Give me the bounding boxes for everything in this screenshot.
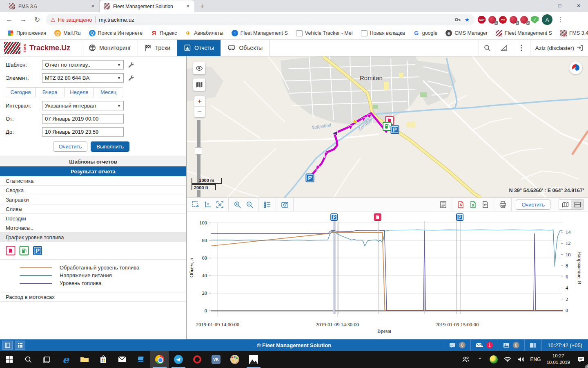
tab-close-icon[interactable]: ✕ xyxy=(90,4,96,9)
forward-icon[interactable]: → xyxy=(18,16,29,24)
fit-extent-icon[interactable] xyxy=(214,199,226,210)
omnibox[interactable]: ⚠Не защищено my.trackme.uz ★ xyxy=(46,14,474,25)
range-month-button[interactable]: Месяц xyxy=(94,88,123,97)
extension-icon[interactable]: 1 xyxy=(488,16,496,24)
taskbar-vk[interactable]: VK xyxy=(207,351,225,368)
zoom-in-icon[interactable] xyxy=(231,199,243,210)
zoom-slider-handle[interactable] xyxy=(195,147,202,155)
bookmark-fms34[interactable]: FMS 3.4 xyxy=(557,29,588,38)
clear-button[interactable]: Очистить xyxy=(53,141,88,152)
report-item-refuels[interactable]: Заправки xyxy=(0,195,186,204)
print-icon[interactable] xyxy=(497,199,509,210)
footer-reports-counter[interactable]: 0 xyxy=(444,339,470,351)
zoom-in-button[interactable]: + xyxy=(194,96,205,107)
import-file-icon[interactable] xyxy=(479,199,491,210)
range-week-button[interactable]: Неделя xyxy=(65,88,94,97)
run-report-button[interactable]: Выполнить xyxy=(91,141,129,152)
new-tab-button[interactable]: + xyxy=(197,1,207,11)
tray-notifications-button[interactable]: 1 xyxy=(574,351,588,368)
taskbar-mail[interactable] xyxy=(113,351,131,368)
section-report-templates[interactable]: Шаблоны отчетов xyxy=(0,157,186,166)
bookmark-star-icon[interactable]: ★ xyxy=(464,16,470,23)
more-menu-button[interactable] xyxy=(513,40,530,56)
zoom-out-icon[interactable] xyxy=(243,199,256,210)
from-date-input[interactable]: 07 Январь 2019 00:00 xyxy=(42,114,124,123)
tray-volume-button[interactable] xyxy=(514,351,528,368)
report-item-trips[interactable]: Поездки xyxy=(0,214,186,223)
select-area-icon[interactable] xyxy=(189,199,201,210)
fuel-chart-canvas[interactable]: 020406080100024681012142019-01-09 14:00:… xyxy=(187,211,588,339)
taskbar-photos[interactable] xyxy=(244,351,263,368)
taskbar-device-app[interactable] xyxy=(131,351,150,368)
taskbar-search-button[interactable] xyxy=(19,351,38,368)
extension-icon[interactable]: 1 xyxy=(510,16,517,24)
zoom-out-button[interactable]: − xyxy=(194,107,205,117)
tray-language-switch[interactable]: ENG xyxy=(528,351,542,368)
export-pdf-icon[interactable] xyxy=(454,199,467,210)
app-logo[interactable]: FMS Trackme.Uz xyxy=(0,40,76,56)
window-minimize-button[interactable]: – xyxy=(532,0,550,11)
window-restore-button[interactable]: □ xyxy=(550,0,569,11)
measure-button[interactable] xyxy=(496,40,513,56)
report-item-engine-hours[interactable]: Моточасы.. xyxy=(0,223,186,233)
footer-mail-counter[interactable]: 1 xyxy=(470,339,498,351)
axis-select-icon[interactable]: x xyxy=(201,199,214,210)
tray-antivirus-icon[interactable] xyxy=(487,351,501,368)
bookmark-yandex[interactable]: ЯЯндекс xyxy=(147,29,180,38)
profile-avatar[interactable]: A xyxy=(542,14,552,25)
nav-tracks[interactable]: Треки xyxy=(138,40,177,56)
map-container[interactable]: Romitan Хайробод Zarafshon PP + − 1000 m… xyxy=(187,56,588,197)
report-item-fuel-chart[interactable]: График уровня топлива xyxy=(0,233,186,242)
chart-settings-icon[interactable] xyxy=(261,199,273,210)
taskbar-file-explorer[interactable] xyxy=(75,351,94,368)
taskbar-chrome[interactable] xyxy=(150,351,169,368)
refuel-toggle-icon[interactable] xyxy=(19,246,29,256)
range-today-button[interactable]: Сегодня xyxy=(6,88,35,97)
user-menu[interactable]: Aziz (disclaster) xyxy=(530,40,588,56)
reload-icon[interactable]: ↻ xyxy=(32,16,42,24)
task-view-button[interactable] xyxy=(38,351,56,368)
bookmark-cms-manager[interactable]: ◉CMS Manager xyxy=(442,29,491,38)
map-view-toggle[interactable] xyxy=(559,200,571,209)
bookmark-websearch[interactable]: QПоиск в Интернете xyxy=(86,29,146,38)
bookmark-google[interactable]: Ggoogle xyxy=(410,29,441,38)
to-date-input[interactable]: 10 Январь 2019 23:59 xyxy=(42,127,124,137)
split-view-toggle[interactable] xyxy=(571,200,584,209)
report-view-icon[interactable] xyxy=(437,199,449,210)
template-settings-wrench-icon[interactable] xyxy=(128,62,134,68)
report-item-statistics[interactable]: Статистика xyxy=(0,176,186,186)
tab-close-icon[interactable]: ✕ xyxy=(185,4,191,9)
snapshot-icon[interactable] xyxy=(278,199,291,210)
tray-show-hidden-icons[interactable]: ⌃ xyxy=(473,351,487,368)
extension-adblock-icon[interactable]: ABP xyxy=(478,16,486,24)
password-key-icon[interactable] xyxy=(454,16,461,23)
browser-tab-fms36[interactable]: FMS 3.6 ✕ xyxy=(5,0,100,12)
footer-panel-button[interactable] xyxy=(524,339,541,351)
bookmark-apps[interactable]: Приложения xyxy=(4,29,49,38)
map-canvas[interactable]: Romitan Хайробод Zarafshon PP xyxy=(187,56,588,197)
taskbar-store[interactable] xyxy=(94,351,113,368)
bookmark-mailru[interactable]: @Mail.Ru xyxy=(51,29,84,38)
back-icon[interactable]: ← xyxy=(4,16,15,24)
footer-grid-toggle[interactable] xyxy=(15,341,25,350)
report-item-summary[interactable]: Сводка xyxy=(0,186,186,195)
url-text[interactable]: my.trackme.uz xyxy=(99,17,451,23)
start-button[interactable] xyxy=(0,351,19,368)
tray-network-button[interactable] xyxy=(501,351,514,368)
nav-objects[interactable]: Объекты xyxy=(220,40,270,56)
bookmark-fleet-2[interactable]: Fleet Management S xyxy=(492,29,555,38)
window-close-button[interactable]: ✕ xyxy=(569,0,588,11)
report-item-consumption-engine-hours[interactable]: Расход в моточасах xyxy=(0,292,186,302)
bookmark-fleet[interactable]: ◔Fleet Management S xyxy=(228,29,291,38)
chrome-menu-icon[interactable]: ⋮ xyxy=(556,16,565,23)
section-report-result[interactable]: Результат отчета xyxy=(0,166,186,176)
interval-select[interactable]: Указанный интервал▼ xyxy=(42,101,124,110)
bookmark-new-tab[interactable]: Новая вкладка xyxy=(358,29,408,38)
range-yesterday-button[interactable]: Вчера xyxy=(35,88,65,97)
taskbar-telegram[interactable] xyxy=(169,351,188,368)
parking-toggle-icon[interactable]: P xyxy=(33,246,42,256)
report-item-drains[interactable]: Сливы xyxy=(0,204,186,214)
export-excel-icon[interactable] xyxy=(467,199,479,210)
toolbar-clear-button[interactable]: Очистить xyxy=(516,200,550,210)
extension-shield-icon[interactable]: ✓ xyxy=(531,16,539,24)
